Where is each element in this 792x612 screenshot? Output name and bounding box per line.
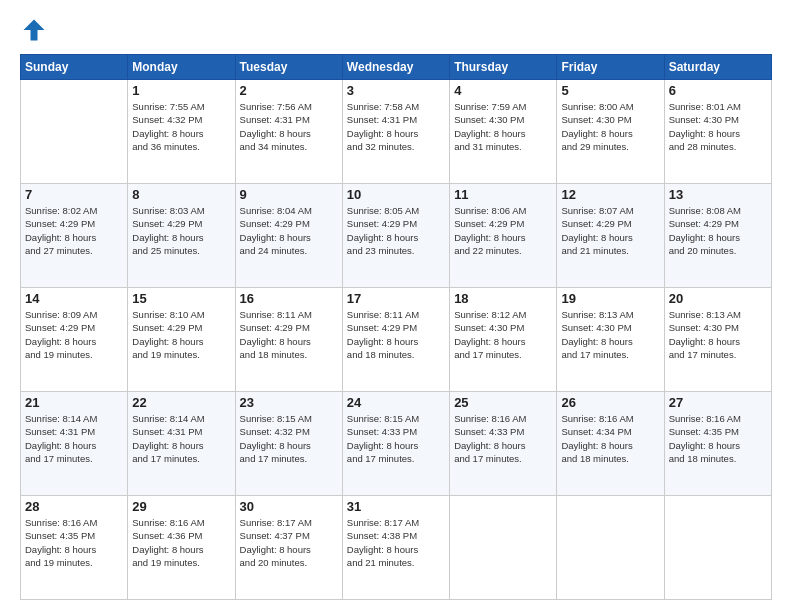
- calendar-cell: 5Sunrise: 8:00 AM Sunset: 4:30 PM Daylig…: [557, 80, 664, 184]
- day-number: 31: [347, 499, 445, 514]
- calendar-cell: 18Sunrise: 8:12 AM Sunset: 4:30 PM Dayli…: [450, 288, 557, 392]
- calendar-cell: 6Sunrise: 8:01 AM Sunset: 4:30 PM Daylig…: [664, 80, 771, 184]
- calendar-cell: 19Sunrise: 8:13 AM Sunset: 4:30 PM Dayli…: [557, 288, 664, 392]
- day-number: 13: [669, 187, 767, 202]
- day-number: 14: [25, 291, 123, 306]
- day-number: 18: [454, 291, 552, 306]
- day-number: 29: [132, 499, 230, 514]
- header: [20, 16, 772, 44]
- calendar-cell: 23Sunrise: 8:15 AM Sunset: 4:32 PM Dayli…: [235, 392, 342, 496]
- day-info: Sunrise: 8:15 AM Sunset: 4:32 PM Dayligh…: [240, 412, 338, 465]
- calendar-cell: 25Sunrise: 8:16 AM Sunset: 4:33 PM Dayli…: [450, 392, 557, 496]
- day-info: Sunrise: 8:03 AM Sunset: 4:29 PM Dayligh…: [132, 204, 230, 257]
- calendar-cell: 27Sunrise: 8:16 AM Sunset: 4:35 PM Dayli…: [664, 392, 771, 496]
- day-number: 5: [561, 83, 659, 98]
- weekday-header-row: SundayMondayTuesdayWednesdayThursdayFrid…: [21, 55, 772, 80]
- day-info: Sunrise: 8:02 AM Sunset: 4:29 PM Dayligh…: [25, 204, 123, 257]
- day-info: Sunrise: 8:09 AM Sunset: 4:29 PM Dayligh…: [25, 308, 123, 361]
- day-number: 7: [25, 187, 123, 202]
- day-number: 19: [561, 291, 659, 306]
- day-info: Sunrise: 8:07 AM Sunset: 4:29 PM Dayligh…: [561, 204, 659, 257]
- day-info: Sunrise: 8:00 AM Sunset: 4:30 PM Dayligh…: [561, 100, 659, 153]
- day-info: Sunrise: 8:17 AM Sunset: 4:37 PM Dayligh…: [240, 516, 338, 569]
- day-info: Sunrise: 8:13 AM Sunset: 4:30 PM Dayligh…: [669, 308, 767, 361]
- day-number: 10: [347, 187, 445, 202]
- day-info: Sunrise: 8:17 AM Sunset: 4:38 PM Dayligh…: [347, 516, 445, 569]
- day-number: 12: [561, 187, 659, 202]
- day-info: Sunrise: 8:16 AM Sunset: 4:34 PM Dayligh…: [561, 412, 659, 465]
- calendar: SundayMondayTuesdayWednesdayThursdayFrid…: [20, 54, 772, 600]
- week-row-4: 21Sunrise: 8:14 AM Sunset: 4:31 PM Dayli…: [21, 392, 772, 496]
- day-number: 28: [25, 499, 123, 514]
- day-info: Sunrise: 8:06 AM Sunset: 4:29 PM Dayligh…: [454, 204, 552, 257]
- calendar-cell: 14Sunrise: 8:09 AM Sunset: 4:29 PM Dayli…: [21, 288, 128, 392]
- calendar-cell: 11Sunrise: 8:06 AM Sunset: 4:29 PM Dayli…: [450, 184, 557, 288]
- weekday-header-monday: Monday: [128, 55, 235, 80]
- week-row-3: 14Sunrise: 8:09 AM Sunset: 4:29 PM Dayli…: [21, 288, 772, 392]
- calendar-cell: 8Sunrise: 8:03 AM Sunset: 4:29 PM Daylig…: [128, 184, 235, 288]
- day-info: Sunrise: 8:14 AM Sunset: 4:31 PM Dayligh…: [132, 412, 230, 465]
- day-info: Sunrise: 8:04 AM Sunset: 4:29 PM Dayligh…: [240, 204, 338, 257]
- day-number: 1: [132, 83, 230, 98]
- day-info: Sunrise: 8:05 AM Sunset: 4:29 PM Dayligh…: [347, 204, 445, 257]
- calendar-cell: 20Sunrise: 8:13 AM Sunset: 4:30 PM Dayli…: [664, 288, 771, 392]
- calendar-cell: 17Sunrise: 8:11 AM Sunset: 4:29 PM Dayli…: [342, 288, 449, 392]
- calendar-cell: 26Sunrise: 8:16 AM Sunset: 4:34 PM Dayli…: [557, 392, 664, 496]
- calendar-cell: 13Sunrise: 8:08 AM Sunset: 4:29 PM Dayli…: [664, 184, 771, 288]
- calendar-cell: [450, 496, 557, 600]
- calendar-cell: 24Sunrise: 8:15 AM Sunset: 4:33 PM Dayli…: [342, 392, 449, 496]
- weekday-header-tuesday: Tuesday: [235, 55, 342, 80]
- day-number: 17: [347, 291, 445, 306]
- calendar-cell: 12Sunrise: 8:07 AM Sunset: 4:29 PM Dayli…: [557, 184, 664, 288]
- day-number: 11: [454, 187, 552, 202]
- calendar-cell: 31Sunrise: 8:17 AM Sunset: 4:38 PM Dayli…: [342, 496, 449, 600]
- day-number: 23: [240, 395, 338, 410]
- logo: [20, 16, 52, 44]
- calendar-cell: 10Sunrise: 8:05 AM Sunset: 4:29 PM Dayli…: [342, 184, 449, 288]
- day-number: 15: [132, 291, 230, 306]
- week-row-2: 7Sunrise: 8:02 AM Sunset: 4:29 PM Daylig…: [21, 184, 772, 288]
- svg-marker-0: [24, 20, 45, 41]
- day-info: Sunrise: 7:55 AM Sunset: 4:32 PM Dayligh…: [132, 100, 230, 153]
- day-number: 4: [454, 83, 552, 98]
- day-number: 30: [240, 499, 338, 514]
- day-info: Sunrise: 8:15 AM Sunset: 4:33 PM Dayligh…: [347, 412, 445, 465]
- day-number: 3: [347, 83, 445, 98]
- day-number: 9: [240, 187, 338, 202]
- logo-icon: [20, 16, 48, 44]
- day-number: 25: [454, 395, 552, 410]
- day-number: 26: [561, 395, 659, 410]
- day-number: 20: [669, 291, 767, 306]
- day-info: Sunrise: 8:14 AM Sunset: 4:31 PM Dayligh…: [25, 412, 123, 465]
- calendar-cell: [21, 80, 128, 184]
- day-info: Sunrise: 8:01 AM Sunset: 4:30 PM Dayligh…: [669, 100, 767, 153]
- calendar-cell: 7Sunrise: 8:02 AM Sunset: 4:29 PM Daylig…: [21, 184, 128, 288]
- day-info: Sunrise: 8:13 AM Sunset: 4:30 PM Dayligh…: [561, 308, 659, 361]
- day-number: 21: [25, 395, 123, 410]
- day-number: 2: [240, 83, 338, 98]
- week-row-5: 28Sunrise: 8:16 AM Sunset: 4:35 PM Dayli…: [21, 496, 772, 600]
- day-number: 6: [669, 83, 767, 98]
- page: SundayMondayTuesdayWednesdayThursdayFrid…: [0, 0, 792, 612]
- day-info: Sunrise: 8:11 AM Sunset: 4:29 PM Dayligh…: [240, 308, 338, 361]
- weekday-header-sunday: Sunday: [21, 55, 128, 80]
- day-info: Sunrise: 8:16 AM Sunset: 4:36 PM Dayligh…: [132, 516, 230, 569]
- day-info: Sunrise: 7:56 AM Sunset: 4:31 PM Dayligh…: [240, 100, 338, 153]
- day-info: Sunrise: 8:12 AM Sunset: 4:30 PM Dayligh…: [454, 308, 552, 361]
- day-number: 16: [240, 291, 338, 306]
- calendar-cell: 9Sunrise: 8:04 AM Sunset: 4:29 PM Daylig…: [235, 184, 342, 288]
- calendar-cell: 3Sunrise: 7:58 AM Sunset: 4:31 PM Daylig…: [342, 80, 449, 184]
- weekday-header-thursday: Thursday: [450, 55, 557, 80]
- day-number: 8: [132, 187, 230, 202]
- day-info: Sunrise: 7:59 AM Sunset: 4:30 PM Dayligh…: [454, 100, 552, 153]
- weekday-header-wednesday: Wednesday: [342, 55, 449, 80]
- day-number: 27: [669, 395, 767, 410]
- calendar-cell: [664, 496, 771, 600]
- calendar-cell: 22Sunrise: 8:14 AM Sunset: 4:31 PM Dayli…: [128, 392, 235, 496]
- calendar-cell: 30Sunrise: 8:17 AM Sunset: 4:37 PM Dayli…: [235, 496, 342, 600]
- calendar-cell: [557, 496, 664, 600]
- calendar-cell: 15Sunrise: 8:10 AM Sunset: 4:29 PM Dayli…: [128, 288, 235, 392]
- calendar-cell: 16Sunrise: 8:11 AM Sunset: 4:29 PM Dayli…: [235, 288, 342, 392]
- calendar-cell: 28Sunrise: 8:16 AM Sunset: 4:35 PM Dayli…: [21, 496, 128, 600]
- day-info: Sunrise: 8:16 AM Sunset: 4:35 PM Dayligh…: [25, 516, 123, 569]
